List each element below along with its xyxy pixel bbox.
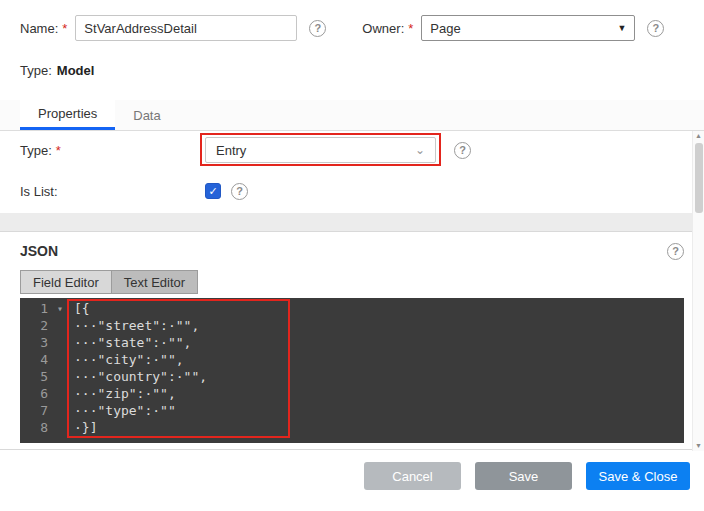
json-text-editor[interactable]: 1 ▾ [{ 2 ···"street":·"", 3 ···"state":·…	[20, 298, 684, 443]
name-label: Name:*	[20, 21, 67, 36]
is-list-help-icon[interactable]: ?	[231, 183, 248, 200]
top-form: Name:* ? Owner:* Page ▼ ? Type: Model	[0, 0, 704, 80]
owner-select[interactable]: Page ▼	[421, 15, 635, 41]
json-title: JSON	[20, 243, 58, 259]
line-number: 3	[20, 334, 54, 351]
code-text: ···"zip":·"",	[74, 385, 176, 402]
footer-bar: Cancel Save Save & Close	[0, 450, 704, 490]
name-input[interactable]	[75, 15, 297, 41]
check-icon: ✓	[208, 185, 217, 198]
tab-text-editor[interactable]: Text Editor	[111, 270, 198, 294]
json-help-icon[interactable]: ?	[667, 243, 684, 260]
required-marker: *	[56, 143, 61, 158]
entry-type-label: Type:*	[20, 143, 205, 158]
line-number: 6	[20, 385, 54, 402]
code-text: [{	[74, 300, 90, 317]
is-list-label: Is List:	[20, 184, 205, 199]
scroll-up-icon[interactable]: ▲	[695, 131, 702, 141]
chevron-down-icon: ▼	[617, 23, 626, 33]
line-number: 8	[20, 419, 54, 436]
save-button[interactable]: Save	[475, 462, 572, 490]
code-text: ···"country":·"",	[74, 368, 207, 385]
line-number: 5	[20, 368, 54, 385]
variable-editor-dialog: Name:* ? Owner:* Page ▼ ? Type: Model Pr…	[0, 0, 704, 511]
entry-type-dropdown[interactable]: Entry ⌄	[205, 137, 436, 163]
code-line: 8 ·}]	[20, 419, 684, 436]
code-line: 6 ···"zip":·"",	[20, 385, 684, 402]
code-line: 7 ···"type":·""	[20, 402, 684, 419]
chevron-down-icon: ⌄	[415, 143, 425, 157]
section-divider	[0, 213, 704, 231]
is-list-row: Is List: ✓ ?	[20, 181, 684, 201]
json-header: JSON ?	[20, 240, 684, 262]
entry-type-help-icon[interactable]: ?	[454, 142, 471, 159]
code-text: ···"state":·"",	[74, 334, 191, 351]
type-row: Type:* Entry ⌄ ?	[20, 135, 684, 165]
code-text: ···"type":·""	[74, 402, 176, 419]
type-value: Model	[57, 63, 95, 78]
name-help-icon[interactable]: ?	[309, 20, 326, 37]
owner-select-value: Page	[430, 21, 460, 36]
code-line: 3 ···"state":·"",	[20, 334, 684, 351]
entry-type-value: Entry	[216, 143, 246, 158]
save-close-button[interactable]: Save & Close	[586, 462, 690, 490]
code-line: 5 ···"country":·"",	[20, 368, 684, 385]
code-line: 4 ···"city":·"",	[20, 351, 684, 368]
line-number: 1	[20, 300, 54, 317]
is-list-checkbox[interactable]: ✓	[205, 183, 221, 199]
editor-mode-tabs: Field Editor Text Editor	[20, 270, 198, 294]
json-panel: JSON ? Field Editor Text Editor 1 ▾ [{ 2…	[0, 231, 704, 450]
scroll-down-icon[interactable]: ▼	[695, 441, 702, 451]
tab-data[interactable]: Data	[115, 100, 178, 130]
cancel-button[interactable]: Cancel	[364, 462, 461, 490]
tab-strip: Properties Data	[0, 100, 704, 131]
vertical-scrollbar[interactable]: ▲ ▼	[692, 131, 704, 451]
scrollbar-thumb[interactable]	[695, 143, 703, 213]
type-label: Type:	[20, 63, 52, 78]
code-text: ···"city":·"",	[74, 351, 184, 368]
line-number: 7	[20, 402, 54, 419]
name-owner-row: Name:* ? Owner:* Page ▼ ?	[20, 14, 684, 42]
tab-field-editor[interactable]: Field Editor	[20, 270, 112, 294]
code-line: 1 ▾ [{	[20, 300, 684, 317]
line-number: 4	[20, 351, 54, 368]
owner-label: Owner:*	[362, 21, 413, 36]
line-number: 2	[20, 317, 54, 334]
code-text: ·}]	[74, 419, 97, 436]
required-marker: *	[408, 21, 413, 36]
code-line: 2 ···"street":·"",	[20, 317, 684, 334]
owner-help-icon[interactable]: ?	[647, 20, 664, 37]
properties-panel: Type:* Entry ⌄ ? Is List: ✓ ?	[0, 131, 704, 213]
tab-properties[interactable]: Properties	[20, 100, 115, 130]
type-model-row: Type: Model	[20, 60, 684, 80]
code-text: ···"street":·"",	[74, 317, 199, 334]
fold-icon[interactable]: ▾	[54, 300, 66, 317]
required-marker: *	[62, 21, 67, 36]
